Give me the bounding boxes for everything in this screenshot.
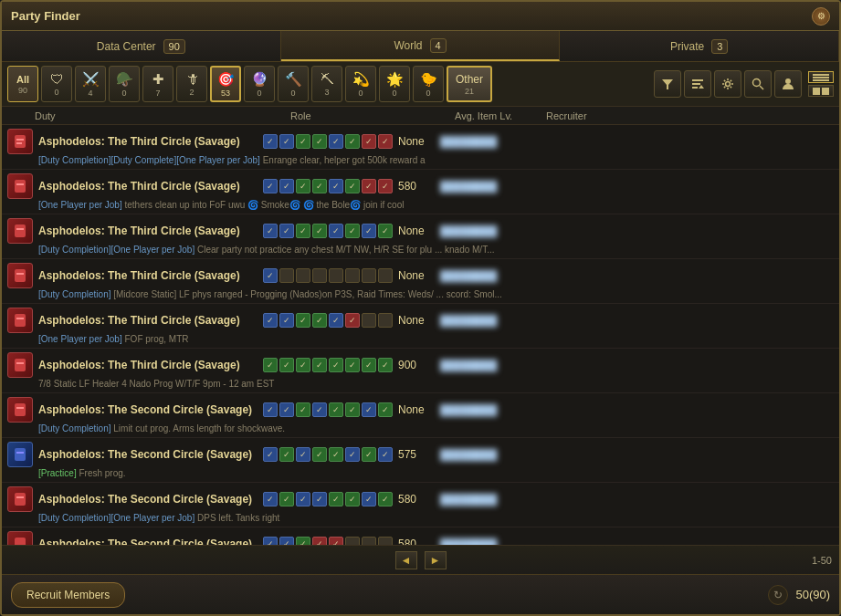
- settings-control-button[interactable]: [714, 70, 741, 98]
- slot: ✓: [279, 537, 294, 545]
- next-page-button[interactable]: ►: [425, 551, 447, 569]
- duty-name: Asphodelos: The Second Circle (Savage): [38, 403, 258, 416]
- other-label: Other: [456, 73, 483, 86]
- filter-chocobo-button[interactable]: 🐤 0: [413, 66, 444, 102]
- slot: ✓: [279, 492, 294, 506]
- grid-view-button[interactable]: [808, 85, 834, 97]
- profile-control-button[interactable]: [774, 70, 802, 98]
- list-item[interactable]: Asphodelos: The Third Circle (Savage) ✓ …: [2, 170, 839, 214]
- other-count: 21: [465, 87, 474, 96]
- tab-data-center[interactable]: Data Center 90: [2, 31, 281, 61]
- slot: ✓: [329, 537, 343, 545]
- filter-craft-button[interactable]: 🔨 0: [278, 66, 309, 102]
- slot: ✓: [345, 179, 360, 193]
- slot: [329, 268, 343, 283]
- craft-icon: 🔨: [285, 71, 302, 88]
- svg-point-8: [785, 78, 791, 84]
- slot: ✓: [279, 134, 294, 149]
- filter-caster-button[interactable]: 🔮 0: [244, 66, 275, 102]
- svg-rect-27: [15, 403, 26, 416]
- refresh-button[interactable]: ↻: [768, 585, 788, 605]
- item-desc: [Duty Completion] [Midcore Static] LF ph…: [7, 289, 811, 299]
- list-item[interactable]: Asphodelos: The Third Circle (Savage) ✓ …: [2, 304, 839, 349]
- list-item[interactable]: Asphodelos: The Second Circle (Savage) ✓…: [2, 527, 839, 545]
- slot: ✓: [263, 313, 278, 328]
- slot: ✓: [279, 358, 294, 372]
- slot-icons: ✓ ✓ ✓ ✓ ✓ ✓ ✓ ✓: [263, 224, 393, 238]
- ilvl-value: 580: [398, 180, 435, 193]
- list-item[interactable]: Asphodelos: The Second Circle (Savage) ✓…: [2, 483, 839, 527]
- filter-ranged-button[interactable]: 🎯 53: [210, 66, 241, 102]
- slot: [362, 537, 376, 545]
- filter-gather-button[interactable]: ⛏ 3: [311, 66, 342, 102]
- paladin-icon: 🪖: [116, 71, 133, 88]
- duty-icon: [7, 129, 33, 154]
- slot: ✓: [296, 358, 310, 372]
- slot: ✓: [312, 224, 327, 238]
- svg-rect-23: [15, 314, 26, 327]
- close-button[interactable]: ⚙: [812, 7, 830, 26]
- list-item[interactable]: Asphodelos: The Third Circle (Savage) ✓ …: [2, 259, 839, 304]
- chocobo-icon: 🐤: [420, 71, 437, 88]
- list-item[interactable]: Asphodelos: The Second Circle (Savage) ✓…: [2, 393, 839, 438]
- filter-tank-button[interactable]: 🛡 0: [41, 66, 72, 102]
- duty-name: Asphodelos: The Third Circle (Savage): [38, 180, 258, 193]
- list-item[interactable]: Asphodelos: The Third Circle (Savage) ✓ …: [2, 125, 839, 170]
- ilvl-value: 575: [398, 448, 435, 461]
- slot: ✓: [362, 358, 376, 372]
- tab-private[interactable]: Private 3: [560, 31, 839, 61]
- column-headers: Duty Role Avg. Item Lv. Recruiter: [2, 107, 839, 125]
- svg-rect-11: [813, 79, 829, 81]
- slot-icons: ✓ ✓ ✓ ✓ ✓ ✓ ✓ ✓: [263, 179, 393, 193]
- tab-world[interactable]: World 4: [281, 31, 561, 61]
- tab-private-label: Private: [670, 40, 704, 53]
- list-view-button[interactable]: [808, 71, 834, 83]
- slot: [345, 537, 360, 545]
- svg-line-7: [760, 86, 763, 89]
- slot: ✓: [329, 179, 343, 193]
- tab-world-count: 4: [430, 38, 447, 53]
- filter-melee-button[interactable]: 🗡 2: [176, 66, 207, 102]
- slot: ✓: [263, 134, 278, 149]
- recruiter-name: ████████: [440, 449, 497, 460]
- filter-special1-button[interactable]: 💫 0: [345, 66, 376, 102]
- warrior-icon: ⚔️: [82, 71, 100, 88]
- window-title: Party Finder: [11, 9, 80, 23]
- slot-icons: ✓ ✓ ✓ ✓ ✓: [263, 537, 393, 545]
- filter-paladin-button[interactable]: 🪖 0: [109, 66, 140, 102]
- list-item[interactable]: Asphodelos: The Second Circle (Savage) ✓…: [2, 438, 839, 483]
- slot: ✓: [378, 358, 393, 372]
- slot: ✓: [362, 134, 376, 149]
- tabs-row: Data Center 90 World 4 Private 3: [2, 31, 839, 62]
- slot: ✓: [279, 224, 294, 238]
- view-toggle: [808, 71, 834, 97]
- tab-world-label: World: [394, 39, 422, 52]
- duty-icon: [7, 442, 33, 467]
- slot-icons: ✓ ✓ ✓ ✓ ✓ ✓: [263, 313, 393, 328]
- listings-container: Asphodelos: The Third Circle (Savage) ✓ …: [2, 125, 839, 545]
- filter-all-button[interactable]: All 90: [7, 66, 38, 102]
- slot: ✓: [329, 402, 343, 417]
- slot: ✓: [345, 358, 360, 372]
- filter-control-button[interactable]: [654, 70, 681, 98]
- item-desc: [Duty Completion][One Player per Job] Cl…: [7, 245, 811, 255]
- slot: ✓: [378, 492, 393, 506]
- svg-rect-25: [15, 359, 26, 371]
- slot: ✓: [329, 134, 343, 149]
- svg-rect-33: [15, 538, 26, 545]
- duty-name: Asphodelos: The Third Circle (Savage): [38, 314, 258, 327]
- recruit-members-button[interactable]: Recruit Members: [11, 582, 125, 608]
- ilvl-value: 580: [398, 493, 435, 506]
- list-item[interactable]: Asphodelos: The Third Circle (Savage) ✓ …: [2, 214, 839, 259]
- prev-page-button[interactable]: ◄: [395, 551, 417, 569]
- duty-name: Asphodelos: The Third Circle (Savage): [38, 359, 258, 371]
- filter-healer-button[interactable]: ✚ 7: [142, 66, 173, 102]
- filter-other-button[interactable]: Other 21: [447, 66, 492, 102]
- filter-warrior-button[interactable]: ⚔️ 4: [75, 66, 106, 102]
- list-item[interactable]: Asphodelos: The Third Circle (Savage) ✓ …: [2, 349, 839, 393]
- svg-rect-3: [692, 87, 698, 89]
- filter-special2-button[interactable]: 🌟 0: [379, 66, 410, 102]
- sort-control-button[interactable]: [684, 70, 711, 98]
- search-control-button[interactable]: [744, 70, 772, 98]
- duty-icon: [7, 173, 33, 199]
